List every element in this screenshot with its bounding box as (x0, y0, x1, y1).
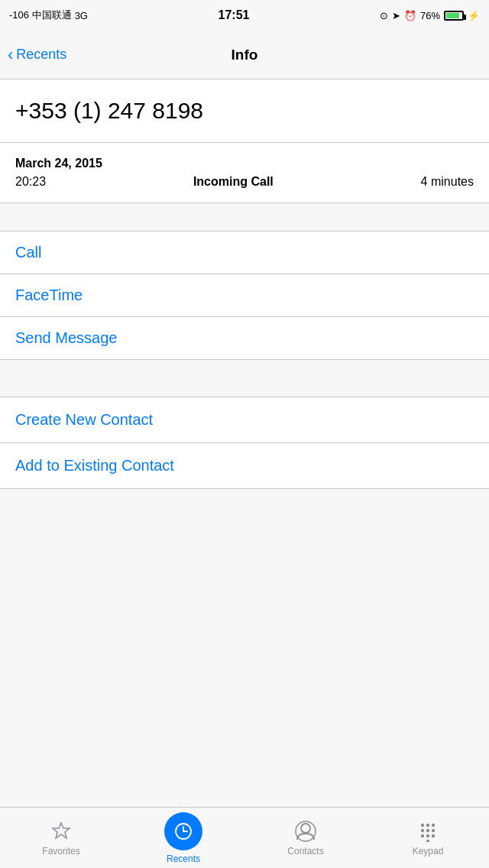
tab-keypad[interactable]: Keypad (367, 820, 489, 857)
tab-bar: Favorites Recents Contacts (0, 807, 489, 868)
svg-point-8 (432, 823, 435, 826)
network-text: 3G (75, 10, 88, 21)
svg-point-14 (432, 834, 435, 837)
call-type: Incoming Call (193, 175, 274, 189)
lock-icon: ⊙ (380, 10, 388, 21)
svg-point-12 (421, 834, 424, 837)
main-content: +353 (1) 247 8198 March 24, 2015 20:23 I… (0, 79, 489, 807)
status-carrier: -106 中国联通 3G (9, 8, 88, 22)
create-new-contact-label: Create New Contact (15, 411, 153, 428)
back-chevron-icon: ‹ (8, 47, 13, 63)
battery-percent: 76% (420, 10, 440, 21)
svg-point-15 (426, 839, 429, 841)
call-time: 20:23 (15, 175, 46, 189)
favorites-label: Favorites (42, 846, 79, 857)
carrier-text: -106 中国联通 (9, 8, 72, 22)
charging-icon: ⚡ (468, 10, 480, 21)
call-log-section: March 24, 2015 20:23 Incoming Call 4 min… (0, 143, 489, 203)
keypad-label: Keypad (413, 846, 444, 857)
svg-point-11 (432, 828, 435, 831)
contacts-label: Contacts (287, 846, 323, 857)
recents-label: Recents (167, 853, 200, 864)
action-section: Call FaceTime Send Message (0, 231, 489, 360)
call-date: March 24, 2015 (15, 157, 474, 170)
spacer3 (0, 489, 489, 535)
recents-icon (164, 812, 202, 850)
svg-point-7 (426, 823, 429, 826)
contacts-icon (294, 820, 317, 843)
svg-point-5 (296, 821, 316, 841)
tab-recents[interactable]: Recents (122, 812, 244, 864)
battery-icon (444, 11, 464, 21)
svg-point-6 (421, 823, 424, 826)
svg-point-4 (301, 824, 310, 833)
svg-marker-0 (53, 823, 70, 838)
phone-section: +353 (1) 247 8198 (0, 79, 489, 143)
page-title: Info (232, 47, 258, 63)
phone-number: +353 (1) 247 8198 (15, 98, 474, 124)
nav-bar: ‹ Recents Info (0, 31, 489, 79)
send-message-label: Send Message (15, 329, 117, 346)
facetime-label: FaceTime (15, 287, 83, 303)
back-button[interactable]: ‹ Recents (8, 47, 66, 63)
call-label: Call (15, 244, 41, 261)
location-icon: ➤ (392, 10, 400, 21)
facetime-button[interactable]: FaceTime (0, 274, 489, 317)
status-icons: ⊙ ➤ ⏰ 76% ⚡ (380, 10, 480, 21)
spacer1 (0, 203, 489, 217)
send-message-button[interactable]: Send Message (0, 317, 489, 360)
contact-section: Create New Contact Add to Existing Conta… (0, 397, 489, 489)
add-to-existing-contact-button[interactable]: Add to Existing Contact (0, 443, 489, 489)
create-new-contact-button[interactable]: Create New Contact (0, 397, 489, 443)
svg-point-9 (421, 828, 424, 831)
add-to-existing-contact-label: Add to Existing Contact (15, 457, 174, 474)
alarm-icon: ⏰ (404, 10, 416, 21)
spacer2 (0, 360, 489, 383)
svg-point-13 (426, 834, 429, 837)
call-button[interactable]: Call (0, 231, 489, 274)
keypad-icon (416, 820, 439, 843)
back-label: Recents (16, 47, 66, 63)
status-bar: -106 中国联通 3G 17:51 ⊙ ➤ ⏰ 76% ⚡ (0, 0, 489, 31)
tab-favorites[interactable]: Favorites (0, 820, 122, 857)
tab-contacts[interactable]: Contacts (244, 820, 367, 857)
favorites-icon (50, 820, 73, 843)
status-time: 17:51 (219, 8, 250, 22)
call-duration: 4 minutes (421, 175, 474, 189)
svg-point-10 (426, 828, 429, 831)
call-detail: 20:23 Incoming Call 4 minutes (15, 175, 474, 189)
